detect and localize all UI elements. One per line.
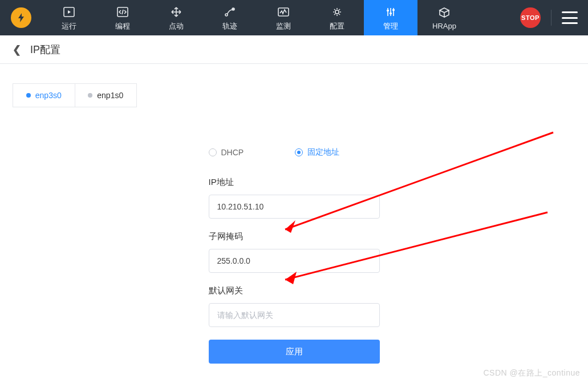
logo-badge — [11, 7, 31, 28]
tab-enp3s0[interactable]: enp3s0 — [13, 84, 75, 107]
topbar-right: STOP — [520, 0, 588, 35]
nav-label: 管理 — [383, 21, 398, 31]
page-header: ❮ IP配置 — [0, 35, 588, 64]
nav-trajectory[interactable]: 轨迹 — [203, 0, 257, 35]
nav-label: 运行 — [62, 21, 76, 31]
radio-label: DHCP — [221, 148, 244, 157]
nav-label: HRApp — [432, 22, 456, 30]
svg-point-4 — [233, 9, 234, 9]
svg-rect-8 — [390, 13, 392, 14]
ip-mode-radios: DHCP 固定地址 — [209, 147, 380, 158]
sliders-icon — [384, 6, 398, 18]
play-icon — [62, 6, 76, 18]
tab-label: enp3s0 — [35, 91, 62, 100]
gateway-input[interactable] — [209, 303, 380, 327]
svg-rect-7 — [387, 10, 389, 11]
apply-button[interactable]: 应用 — [209, 340, 380, 364]
mask-input[interactable] — [209, 249, 380, 273]
nav-label: 点动 — [169, 21, 184, 31]
mask-label: 子网掩码 — [209, 231, 380, 242]
nav-jog[interactable]: 点动 — [149, 0, 203, 35]
tab-label: enp1s0 — [97, 91, 123, 100]
path-icon — [223, 6, 237, 18]
nav-label: 配置 — [330, 21, 344, 31]
menu-button[interactable] — [562, 11, 578, 24]
radio-label: 固定地址 — [307, 147, 339, 158]
cube-icon — [437, 6, 451, 19]
nav-label: 轨迹 — [222, 21, 237, 31]
radio-icon — [295, 148, 303, 156]
page-title: IP配置 — [30, 43, 60, 57]
nav-monitor[interactable]: 监测 — [257, 0, 310, 35]
svg-point-2 — [225, 14, 228, 16]
nav-items: 运行 编程 点动 轨迹 监测 配置 管理 HRApp — [42, 0, 471, 35]
svg-rect-9 — [392, 9, 395, 11]
gear-icon — [330, 6, 344, 18]
ip-label: IP地址 — [209, 177, 380, 188]
content-area: enp3s0 enp1s0 DHCP 固定地址 IP地址 子网掩码 默认网关 应… — [0, 64, 588, 383]
ip-input[interactable] — [209, 195, 380, 219]
nav-hrapp[interactable]: HRApp — [417, 0, 471, 35]
ip-form: DHCP 固定地址 IP地址 子网掩码 默认网关 应用 — [209, 147, 380, 364]
svg-point-6 — [335, 10, 339, 13]
status-dot-icon — [88, 93, 92, 98]
gateway-label: 默认网关 — [209, 285, 380, 296]
status-dot-icon — [26, 93, 31, 98]
nav-label: 监测 — [276, 21, 291, 31]
radio-static[interactable]: 固定地址 — [295, 147, 339, 158]
interface-tabs: enp3s0 enp1s0 — [13, 83, 137, 107]
stop-button[interactable]: STOP — [520, 7, 541, 28]
nav-config[interactable]: 配置 — [310, 0, 364, 35]
top-nav: 运行 编程 点动 轨迹 监测 配置 管理 HRApp — [0, 0, 588, 35]
move-icon — [169, 6, 183, 18]
nav-program[interactable]: 编程 — [96, 0, 149, 35]
radio-dhcp[interactable]: DHCP — [209, 148, 244, 157]
nav-label: 编程 — [115, 21, 130, 31]
lightning-icon — [15, 12, 27, 23]
code-icon — [116, 6, 129, 18]
monitor-icon — [277, 6, 290, 18]
tab-enp1s0[interactable]: enp1s0 — [75, 84, 137, 107]
nav-run[interactable]: 运行 — [42, 0, 96, 35]
nav-manage[interactable]: 管理 — [364, 0, 417, 35]
radio-icon — [209, 148, 217, 156]
divider — [551, 10, 551, 26]
watermark: CSDN @在路上_continue — [484, 368, 581, 378]
back-button[interactable]: ❮ — [13, 43, 21, 56]
app-logo — [0, 0, 42, 35]
